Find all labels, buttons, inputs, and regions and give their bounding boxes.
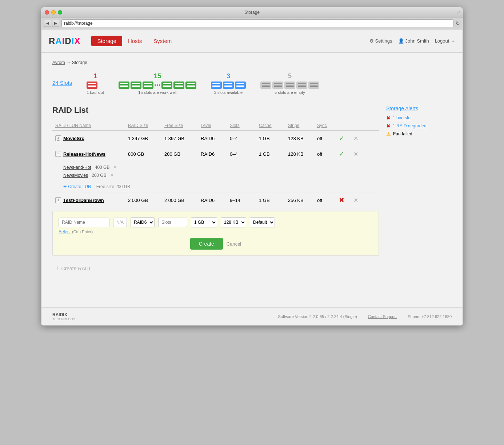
nav-system[interactable]: System	[148, 36, 177, 46]
alerts-title[interactable]: Storage Alerts	[386, 106, 452, 111]
slot-icon-empty-3	[284, 82, 295, 89]
create-button[interactable]: Create	[190, 238, 223, 250]
slots-input[interactable]	[158, 218, 187, 227]
breadcrumb-parent[interactable]: Avrora	[52, 60, 65, 65]
col-cache[interactable]: Cache	[259, 123, 288, 128]
slot-icon-avail-3	[235, 82, 246, 89]
breadcrumb: Avrora → Storage	[52, 60, 452, 65]
address-bar: ◀ ▶ ↻	[41, 17, 463, 29]
slot-count-good: 15	[119, 72, 196, 80]
slot-count-avail: 3	[211, 72, 246, 80]
user-icon: 👤	[398, 38, 404, 44]
raid-size-test: 2 000 GB	[128, 198, 164, 203]
col-raid-size[interactable]: RAID Size	[128, 123, 164, 128]
remove-button-test[interactable]: ✕	[353, 197, 368, 204]
list-item: News-and-Hot 400 GB ✕	[63, 163, 376, 171]
slot-icons-good	[119, 82, 196, 89]
cancel-button[interactable]: Cancel	[227, 241, 241, 247]
form-row: N/A RAID6 RAID5 RAID0 RAID1 1 GB 2 GB	[59, 217, 373, 227]
expand-button-test[interactable]: +	[55, 197, 61, 203]
expand-button-moviesrc[interactable]: +	[55, 135, 61, 141]
slot-icon-empty-2	[272, 82, 283, 89]
level-releases: RAID6	[201, 151, 230, 157]
slot-icon-empty-1	[260, 82, 271, 89]
expand-button-releases[interactable]: −	[55, 151, 61, 157]
level-test: RAID6	[201, 198, 230, 203]
raid-name-test[interactable]: + TestForDanBrown	[55, 197, 128, 203]
select-hint: (Ctrl+Enter)	[72, 230, 93, 234]
alert-link-2[interactable]: 1 RAID degraded	[393, 123, 427, 128]
na-text: N/A	[113, 218, 127, 227]
col-sync[interactable]: Sync	[317, 123, 339, 128]
lun-name-newsmovies[interactable]: NewsMovies	[63, 173, 88, 178]
logo: RAIDIX	[49, 36, 80, 46]
window-title: Storage	[244, 10, 260, 15]
alert-item-1: ✖ 1 bad slot	[386, 115, 452, 121]
nav-links: Storage Hosts System	[91, 36, 177, 46]
col-stripe[interactable]: Stripe	[288, 123, 317, 128]
cache-select[interactable]: 1 GB 2 GB 512 MB	[191, 217, 217, 227]
back-button[interactable]: ◀	[44, 20, 51, 27]
lun-remove-newsandhot[interactable]: ✕	[113, 165, 117, 170]
slots-section: 24 Slots 1 1 bad slot 15	[52, 72, 452, 95]
alert-link-1[interactable]: 1 bad slot	[393, 115, 412, 120]
raid-name-releases[interactable]: − Releases-HotNews	[55, 151, 128, 157]
lun-section: News-and-Hot 400 GB ✕ NewsMovies 200 GB …	[52, 162, 379, 181]
warning-icon: ⚠	[386, 131, 391, 137]
stripe-select[interactable]: 128 KB 256 KB 512 KB 64 KB	[221, 217, 246, 227]
col-status	[339, 123, 353, 128]
stripe-releases: 128 KB	[288, 151, 317, 157]
content: Avrora → Storage 24 Slots 1	[41, 53, 463, 307]
contact-support-link[interactable]: Contact Support	[368, 314, 397, 319]
nav-storage[interactable]: Storage	[91, 36, 122, 46]
col-slots[interactable]: Slots	[230, 123, 259, 128]
main-layout: RAID List RAID / LUN Name RAID Size Free…	[52, 106, 452, 278]
free-size-moviesrc: 1 397 GB	[164, 136, 201, 141]
address-field[interactable]	[61, 19, 453, 27]
col-level[interactable]: Level	[201, 123, 230, 128]
logout-link[interactable]: Logout →	[435, 38, 455, 44]
nav-hosts[interactable]: Hosts	[122, 36, 148, 46]
raid-name-moviesrc[interactable]: + MovieSrc	[55, 135, 128, 141]
close-button[interactable]	[45, 10, 49, 15]
slot-icon-good-2	[131, 82, 141, 89]
raid-level-select[interactable]: RAID6 RAID5 RAID0 RAID1	[131, 217, 155, 227]
user-link[interactable]: 👤 John Smith	[398, 38, 429, 44]
raid-name-input[interactable]	[59, 218, 109, 227]
col-free-size[interactable]: Free Size	[164, 123, 201, 128]
remove-button-moviesrc[interactable]: ✕	[353, 135, 368, 142]
list-item: NewsMovies 200 GB ✕	[63, 171, 376, 179]
slots-test: 9–14	[230, 198, 259, 203]
select-link[interactable]: Select	[59, 229, 71, 234]
forward-button[interactable]: ▶	[52, 20, 59, 27]
create-raid-button[interactable]: + Create RAID	[52, 259, 379, 278]
minimize-button[interactable]	[51, 10, 56, 15]
create-lun-button[interactable]: + Create LUN Free size 200 GB	[52, 181, 379, 192]
slot-icon-good-4	[161, 82, 172, 89]
lun-remove-newsmovies[interactable]: ✕	[110, 173, 114, 178]
maximize-button[interactable]	[58, 10, 62, 15]
slot-icon-empty-4	[296, 82, 307, 89]
cache-releases: 1 GB	[259, 151, 288, 157]
slots-label[interactable]: 24 Slots	[52, 80, 72, 86]
col-name[interactable]: RAID / LUN Name	[55, 123, 128, 128]
raid-list-title: RAID List	[52, 106, 379, 115]
refresh-icon[interactable]: ↻	[456, 20, 460, 26]
status-ok-releases: ✓	[339, 150, 353, 158]
slot-icon-avail-2	[223, 82, 234, 89]
slot-group-good: 15	[119, 72, 196, 95]
sync-select[interactable]: Default off on	[250, 217, 275, 227]
table-row: + TestForDanBrown 2 000 GB 2 000 GB RAID…	[52, 192, 379, 208]
settings-link[interactable]: ⚙ Settings	[369, 38, 392, 44]
footer-logo: RAIDIX TECHNOLOGY	[52, 312, 75, 321]
top-nav: RAIDIX Storage Hosts System ⚙ Settings 👤…	[41, 29, 463, 53]
remove-button-releases[interactable]: ✕	[353, 151, 368, 158]
free-size-releases: 200 GB	[164, 151, 201, 157]
slot-icon-good-3	[143, 82, 153, 89]
level-moviesrc: RAID6	[201, 136, 230, 141]
form-buttons: Create Cancel	[59, 238, 373, 250]
lun-name-newsandhot[interactable]: News-and-Hot	[63, 165, 91, 170]
alert-item-3: ⚠ Fan failed	[386, 131, 452, 137]
raid-size-releases: 800 GB	[128, 151, 164, 157]
status-err-test: ✖	[339, 196, 353, 204]
